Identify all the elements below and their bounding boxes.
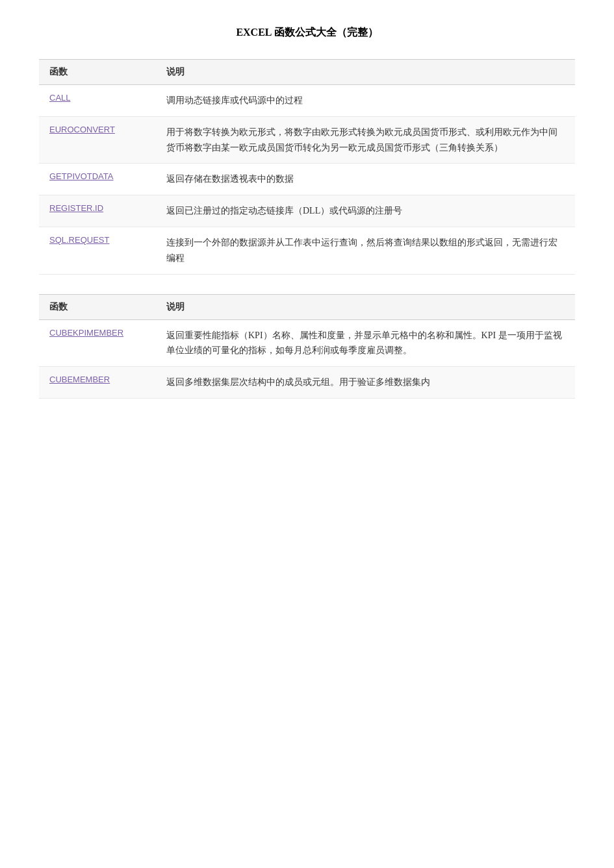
table-row: CUBEKPIMEMBER 返回重要性能指标（KPI）名称、属性和度量，并显示单… <box>39 319 575 367</box>
table-row: REGISTER.ID 返回已注册过的指定动态链接库（DLL）或代码源的注册号 <box>39 195 575 227</box>
func-desc-sqlrequest: 连接到一个外部的数据源并从工作表中运行查询，然后将查询结果以数组的形式返回，无需… <box>166 238 557 263</box>
func-desc-euroconvert: 用于将数字转换为欧元形式，将数字由欧元形式转换为欧元成员国货币形式、或利用欧元作… <box>166 127 557 153</box>
func-link-registerid[interactable]: REGISTER.ID <box>49 203 103 213</box>
col-header-func-2: 函数 <box>39 294 156 319</box>
table-row: CALL 调用动态链接库或代码源中的过程 <box>39 85 575 117</box>
func-link-cubekpimember[interactable]: CUBEKPIMEMBER <box>49 328 123 338</box>
table-row: EUROCONVERT 用于将数字转换为欧元形式，将数字由欧元形式转换为欧元成员… <box>39 116 575 164</box>
func-desc-cubekpimember: 返回重要性能指标（KPI）名称、属性和度量，并显示单元格中的名称和属性。KPI … <box>166 330 562 356</box>
func-desc-call: 调用动态链接库或代码源中的过程 <box>166 95 303 105</box>
col-header-func-1: 函数 <box>39 60 156 85</box>
func-desc-getpivotdata: 返回存储在数据透视表中的数据 <box>166 174 294 184</box>
func-link-sqlrequest[interactable]: SQL.REQUEST <box>49 235 109 245</box>
col-header-desc-2: 说明 <box>156 294 575 319</box>
table-row: CUBEMEMBER 返回多维数据集层次结构中的成员或元组。用于验证多维数据集内 <box>39 367 575 399</box>
func-link-cubemember[interactable]: CUBEMEMBER <box>49 375 110 384</box>
table-row: GETPIVOTDATA 返回存储在数据透视表中的数据 <box>39 164 575 195</box>
func-desc-cubemember: 返回多维数据集层次结构中的成员或元组。用于验证多维数据集内 <box>166 377 430 387</box>
function-table-1: 函数 说明 CALL 调用动态链接库或代码源中的过程 EUROCONVERT 用… <box>39 59 575 275</box>
col-header-desc-1: 说明 <box>156 60 575 85</box>
table-row: SQL.REQUEST 连接到一个外部的数据源并从工作表中运行查询，然后将查询结… <box>39 227 575 274</box>
func-desc-registerid: 返回已注册过的指定动态链接库（DLL）或代码源的注册号 <box>166 206 402 216</box>
func-link-euroconvert[interactable]: EUROCONVERT <box>49 125 115 134</box>
func-link-call[interactable]: CALL <box>49 93 71 103</box>
page-title: EXCEL 函数公式大全（完整） <box>39 26 575 40</box>
function-table-2: 函数 说明 CUBEKPIMEMBER 返回重要性能指标（KPI）名称、属性和度… <box>39 294 575 399</box>
func-link-getpivotdata[interactable]: GETPIVOTDATA <box>49 171 113 181</box>
